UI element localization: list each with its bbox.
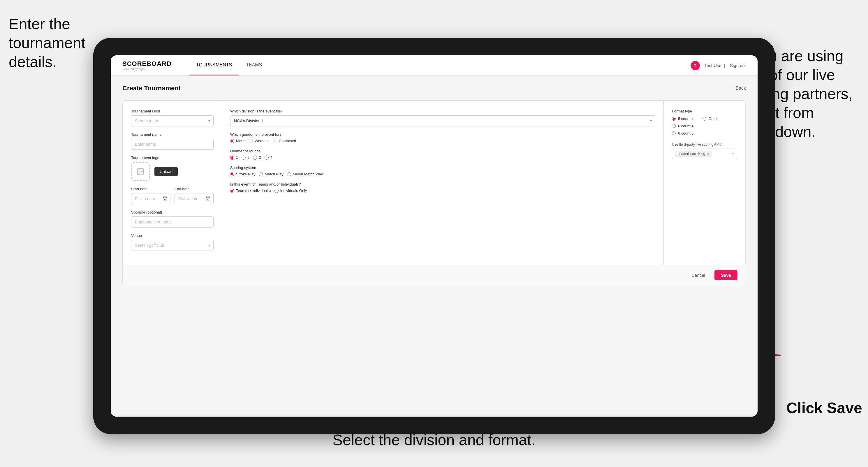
gender-label: Which gender is the event for? (230, 132, 655, 137)
calendar-end-icon: 📅 (206, 196, 211, 201)
live-scoring-label: Use third-party live scoring API? (672, 143, 737, 147)
tournament-name-label: Tournament name (131, 132, 214, 137)
end-date-group: End date 📅 (175, 187, 214, 204)
form-card: Tournament Host ▾ Tournament name Tourna (122, 100, 746, 285)
nav-links: TOURNAMENTS TEAMS (189, 55, 269, 75)
scoring-group: Scoring system Stroke Play Match Play (230, 165, 655, 176)
tournament-host-input[interactable] (131, 115, 214, 126)
format-options-row: 5 count 4 6 count 4 6 count 5 (672, 115, 737, 135)
end-date-wrapper: 📅 (175, 193, 214, 204)
navbar: SCOREBOARD Powered by clippi TOURNAMENTS… (111, 55, 757, 76)
svg-point-9 (139, 170, 140, 171)
rounds-3[interactable]: 3 (253, 155, 261, 160)
tournament-logo-label: Tournament logo (131, 156, 214, 160)
sign-out-link[interactable]: Sign out (730, 63, 746, 68)
rounds-radio-group: 1 2 3 (230, 155, 655, 160)
live-scoring-tag: Leaderboard King × (675, 151, 712, 157)
logo-placeholder (131, 162, 150, 181)
tablet-frame: SCOREBOARD Powered by clippi TOURNAMENTS… (93, 38, 775, 434)
tournament-host-select-wrapper: ▾ (131, 115, 214, 126)
gender-group: Which gender is the event for? Mens Wome… (230, 132, 655, 143)
tournament-host-label: Tournament Host (131, 109, 214, 113)
gender-womens-label: Womens (255, 139, 270, 143)
rounds-2[interactable]: 2 (242, 155, 249, 160)
rounds-label: Number of rounds (230, 149, 655, 153)
format-other-options: Other (703, 117, 718, 135)
page-title: Create Tournament (122, 85, 181, 92)
form-col-1: Tournament Host ▾ Tournament name Tourna (123, 101, 222, 265)
format-group: Format type 5 count 4 6 count (672, 109, 737, 135)
form-col-3: Format type 5 count 4 6 count (664, 101, 745, 265)
live-scoring-select[interactable]: Leaderboard King × ▾ (672, 149, 737, 159)
logo-upload-area: Upload (131, 162, 214, 181)
event-type-label: Is this event for Teams and/or Individua… (230, 182, 655, 186)
user-avatar: T (690, 61, 700, 70)
tournament-host-group: Tournament Host ▾ (131, 109, 214, 126)
rounds-1[interactable]: 1 (230, 155, 238, 160)
tag-close-icon[interactable]: × (707, 152, 709, 156)
user-name: Test User | (705, 63, 725, 68)
format-main-options: 5 count 4 6 count 4 6 count 5 (672, 117, 694, 135)
format-6count5[interactable]: 6 count 5 (672, 131, 694, 135)
form-footer: Cancel Save (123, 265, 746, 285)
venue-label: Venue (131, 234, 214, 238)
end-date-label: End date (175, 187, 214, 191)
back-button[interactable]: ‹ Back (733, 86, 746, 91)
sponsor-input[interactable] (131, 216, 214, 227)
sponsor-label: Sponsor (optional) (131, 210, 214, 214)
sponsor-group: Sponsor (optional) (131, 210, 214, 227)
scoring-label: Scoring system (230, 165, 655, 170)
event-type-group: Is this event for Teams and/or Individua… (230, 182, 655, 193)
division-select-wrapper: NCAA Division I (230, 115, 655, 126)
gender-combined[interactable]: Combined (273, 139, 296, 143)
event-teams[interactable]: Teams (+Individuals) (230, 188, 271, 193)
rounds-group: Number of rounds 1 2 (230, 149, 655, 160)
division-select[interactable]: NCAA Division I (230, 115, 655, 126)
format-6count4[interactable]: 6 count 4 (672, 124, 694, 128)
annotation-bottom-right: Click Save (786, 399, 862, 417)
brand-sub: Powered by clippi (122, 68, 172, 71)
brand-title: SCOREBOARD (122, 60, 172, 68)
division-label: Which division is the event for? (230, 109, 655, 113)
brand: SCOREBOARD Powered by clippi (122, 60, 172, 71)
gender-mens-label: Mens (236, 139, 245, 143)
venue-input[interactable] (131, 240, 214, 251)
venue-select-wrapper: ▾ (131, 240, 214, 251)
tournament-logo-group: Tournament logo Upload (131, 156, 214, 181)
tournament-name-group: Tournament name (131, 132, 214, 150)
gender-mens[interactable]: Mens (230, 139, 245, 143)
tag-select-chevron-icon: ▾ (732, 152, 734, 156)
main-content: Create Tournament ‹ Back Tournament Host… (111, 76, 757, 416)
format-5count4[interactable]: 5 count 4 (672, 117, 694, 121)
form-col-2: Which division is the event for? NCAA Di… (222, 101, 664, 265)
tournament-name-input[interactable] (131, 139, 214, 150)
date-row: Start date 📅 End date (131, 187, 214, 204)
rounds-4[interactable]: 4 (265, 155, 273, 160)
venue-group: Venue ▾ (131, 234, 214, 251)
scoring-medal-match[interactable]: Medal Match Play (287, 172, 323, 176)
nav-teams[interactable]: TEAMS (239, 55, 269, 75)
start-date-label: Start date (131, 187, 170, 191)
scoring-match[interactable]: Match Play (259, 172, 283, 176)
start-date-wrapper: 📅 (131, 193, 170, 204)
format-label: Format type (672, 109, 737, 113)
scoring-stroke[interactable]: Stroke Play (230, 172, 255, 176)
venue-chevron-icon: ▾ (208, 243, 210, 247)
nav-tournaments[interactable]: TOURNAMENTS (189, 55, 239, 75)
upload-button[interactable]: Upload (154, 167, 178, 176)
live-scoring-group: Use third-party live scoring API? Leader… (672, 143, 737, 159)
event-type-radio-group: Teams (+Individuals) Individuals Only (230, 188, 655, 193)
gender-radio-group: Mens Womens Combined (230, 139, 655, 143)
search-icon: ▾ (208, 119, 210, 123)
form-layout: Tournament Host ▾ Tournament name Tourna (123, 100, 746, 265)
format-other[interactable]: Other (703, 117, 718, 121)
gender-womens[interactable]: Womens (249, 139, 270, 143)
calendar-icon: 📅 (163, 196, 167, 201)
gender-combined-label: Combined (279, 139, 296, 143)
page-header: Create Tournament ‹ Back (122, 85, 746, 92)
save-button[interactable]: Save (714, 270, 738, 280)
tablet-screen: SCOREBOARD Powered by clippi TOURNAMENTS… (111, 55, 757, 416)
cancel-button[interactable]: Cancel (686, 270, 710, 280)
nav-right: T Test User | Sign out (690, 61, 746, 70)
event-individuals[interactable]: Individuals Only (275, 188, 307, 193)
